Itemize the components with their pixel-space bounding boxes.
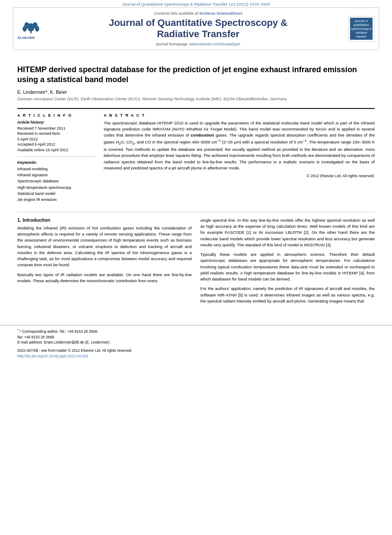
sciverse-line: Contents lists available at SciVerse Sci… — [154, 11, 242, 16]
article-history-label: Article history: — [17, 120, 95, 124]
right-para-2: Typically these models are applied in at… — [201, 252, 375, 282]
article-authors: E. Lindermeir*, K. Beier — [17, 89, 375, 95]
svg-point-5 — [35, 26, 39, 32]
footer-copyright: 0022-4073/$ - see front matter © 2012 El… — [17, 348, 375, 353]
body-two-col: 1. Introduction Modeling the infrared (I… — [17, 217, 375, 308]
body-section: 1. Introduction Modeling the infrared (I… — [17, 212, 375, 308]
elsevier-logo: ELSEVIER — [18, 18, 48, 40]
received-date: Received 7 November 2011 — [17, 126, 95, 131]
keywords-section: Keywords: Infrared modeling Infrared sig… — [17, 160, 95, 203]
abstract-col: A B S T R A C T The spectroscopic databa… — [104, 113, 375, 203]
body-right-col: single spectral line. In this way line-b… — [201, 217, 375, 308]
intro-section-title: 1. Introduction — [17, 217, 192, 223]
article-history: Article history: Received 7 November 201… — [17, 120, 95, 157]
footer-doi[interactable]: http://dx.doi.org/10.1016/j.jqsrt.2012.0… — [17, 353, 375, 359]
elsevier-label: ELSEVIER — [18, 36, 35, 40]
keyword-2: Infrared signature — [17, 172, 95, 178]
footnote-1: * * Corresponding author. Tel.: +49 8153… — [17, 328, 375, 334]
accepted-date: Accepted 6 April 2012 — [17, 142, 95, 147]
keyword-6: Jet engine IR emission — [17, 197, 95, 203]
article-info-col: A R T I C L E I N F O Article history: R… — [17, 113, 95, 203]
journal-url[interactable]: www.elsevier.com/locate/jqsrt — [189, 42, 240, 46]
intro-left-text: Modeling the infrared (IR) emission of h… — [17, 225, 192, 284]
footnote-2: fax: +49 8153 28 2668. — [17, 334, 375, 340]
article-affiliation: German Aerospace Center (DLR), Earth Obs… — [17, 96, 375, 101]
copyright-line: © 2012 Elsevier Ltd. All rights reserved… — [104, 174, 375, 178]
svg-point-4 — [22, 26, 27, 32]
keyword-5: Statistical band model — [17, 191, 95, 197]
abstract-heading: A B S T R A C T — [104, 113, 375, 118]
journal-header-center: Contents lists available at SciVerse Sci… — [48, 11, 348, 46]
journal-homepage: journal homepage: www.elsevier.com/locat… — [156, 42, 240, 46]
journal-header: ELSEVIER Contents lists available at Sci… — [13, 7, 379, 50]
url-text: Journal of Quantitative Spectroscopy & R… — [122, 2, 270, 6]
main-content: HITEMP derived spectral database for the… — [0, 50, 392, 316]
abstract-text: The spectroscopic database HITEMP 2010 i… — [104, 120, 375, 172]
online-date: Available online 16 April 2012 — [17, 147, 95, 153]
keyword-3: Spectroscopic database — [17, 178, 95, 184]
right-para-3: For the authors' application, namely the… — [201, 286, 375, 304]
article-title: HITEMP derived spectral database for the… — [17, 65, 375, 85]
article-metadata-section: A R T I C L E I N F O Article history: R… — [17, 108, 375, 203]
page-footer: * * Corresponding author. Tel.: +49 8153… — [0, 325, 392, 359]
intro-right-text: single spectral line. In this way line-b… — [201, 217, 375, 304]
keyword-1: Infrared modeling — [17, 166, 95, 172]
article-info-heading: A R T I C L E I N F O — [17, 113, 95, 118]
keyword-4: High temperature spectroscopy — [17, 185, 95, 191]
revised-label: Received in revised form — [17, 131, 95, 137]
url-bar: Journal of Quantitative Spectroscopy & R… — [0, 0, 392, 7]
intro-para-2: Basically two types of IR radiation mode… — [17, 272, 192, 284]
revised-date: 5 April 2012 — [17, 137, 95, 142]
keywords-label: Keywords: — [17, 160, 95, 165]
intro-para-1: Modeling the infrared (IR) emission of h… — [17, 225, 192, 268]
body-left-col: 1. Introduction Modeling the infrared (I… — [17, 217, 192, 308]
page: Journal of Quantitative Spectroscopy & R… — [0, 0, 392, 535]
elsevier-tree-icon — [18, 18, 46, 35]
right-para-1: single spectral line. In this way line-b… — [201, 217, 375, 248]
sciverse-link[interactable]: SciVerse ScienceDirect — [199, 11, 242, 16]
journal-thumbnail: journal of quantitative spectroscopy & r… — [348, 16, 374, 41]
thumb-title: journal of quantitative spectroscopy & r… — [350, 18, 373, 40]
footnote-3: E-mail address: Erwin.Lindermeir@dlr.de … — [17, 340, 375, 345]
sciverse-text: Contents lists available at — [154, 11, 198, 16]
journal-title: Journal of Quantitative Spectroscopy & R… — [109, 17, 287, 40]
